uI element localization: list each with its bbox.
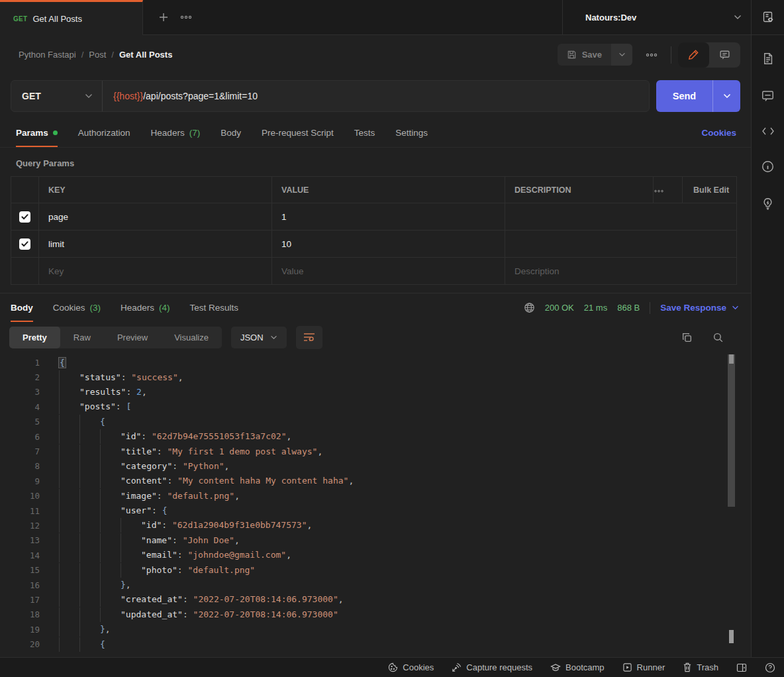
network-globe-icon[interactable] bbox=[524, 302, 535, 313]
chevron-down-icon bbox=[723, 93, 731, 99]
tab-settings[interactable]: Settings bbox=[395, 118, 428, 147]
documentation-button[interactable] bbox=[761, 52, 774, 65]
environment-selector[interactable]: Natours:Dev bbox=[562, 0, 751, 34]
breadcrumb-folder[interactable]: Post bbox=[89, 50, 106, 60]
comment-mode-button[interactable] bbox=[709, 42, 740, 68]
send-button[interactable]: Send bbox=[656, 80, 712, 112]
tab-body[interactable]: Body bbox=[220, 118, 241, 147]
breadcrumb: Python Fastapi / Post / Get All Posts bbox=[19, 50, 172, 60]
view-raw-button[interactable]: Raw bbox=[60, 327, 104, 348]
param-description[interactable] bbox=[505, 231, 737, 258]
response-tab-cookies[interactable]: Cookies (3) bbox=[53, 293, 101, 322]
comment-icon bbox=[719, 49, 730, 60]
param-description[interactable] bbox=[505, 203, 737, 231]
edit-mode-button[interactable] bbox=[678, 42, 709, 68]
save-icon bbox=[567, 50, 577, 60]
bulk-edit-button[interactable]: Bulk Edit bbox=[683, 177, 737, 203]
response-time[interactable]: 21 ms bbox=[584, 303, 607, 313]
params-active-dot bbox=[53, 130, 58, 135]
scrollbar-marker-top bbox=[729, 354, 734, 364]
response-body-actions bbox=[681, 332, 724, 343]
tab-options-button[interactable] bbox=[175, 0, 197, 34]
save-options-button[interactable] bbox=[611, 44, 632, 66]
footer-trash-button[interactable]: Trash bbox=[683, 662, 718, 672]
param-value[interactable]: 10 bbox=[272, 231, 505, 258]
param-key[interactable]: limit bbox=[39, 231, 272, 258]
scrollbar-thumb[interactable] bbox=[728, 354, 735, 507]
param-value-input[interactable] bbox=[281, 266, 493, 276]
param-key[interactable]: page bbox=[39, 203, 272, 231]
code-line: 18"updated_at": "2022-07-20T08:14:06.973… bbox=[0, 607, 751, 622]
code-line: 9"content": "My content haha My content … bbox=[0, 474, 751, 488]
tab-pre-request-script[interactable]: Pre-request Script bbox=[262, 118, 334, 147]
info-icon bbox=[761, 160, 774, 173]
info-button[interactable] bbox=[761, 160, 774, 173]
response-tab-body[interactable]: Body bbox=[11, 293, 33, 322]
param-checkbox[interactable] bbox=[19, 238, 30, 250]
capture-requests-icon bbox=[452, 662, 462, 672]
postman-app: GET Get All Posts Natours:Dev Python Fas… bbox=[0, 0, 784, 677]
trash-icon bbox=[683, 662, 692, 672]
request-more-options-button[interactable] bbox=[639, 48, 664, 62]
search-response-button[interactable] bbox=[712, 332, 724, 343]
response-format-select[interactable]: JSON bbox=[231, 327, 287, 348]
param-key-input[interactable] bbox=[48, 266, 260, 276]
footer-runner-button[interactable]: Runner bbox=[622, 662, 665, 672]
code-line: 7"title": "My first 1 demo post always", bbox=[0, 444, 751, 458]
tab-headers[interactable]: Headers (7) bbox=[151, 118, 201, 147]
view-pretty-button[interactable]: Pretty bbox=[9, 327, 60, 348]
param-checkbox[interactable] bbox=[19, 211, 30, 223]
save-response-label: Save Response bbox=[660, 303, 726, 313]
footer-capture-label: Capture requests bbox=[466, 662, 532, 672]
save-button[interactable]: Save bbox=[558, 44, 611, 66]
comment-icon bbox=[761, 89, 774, 102]
divider bbox=[650, 302, 650, 314]
comments-button[interactable] bbox=[761, 89, 774, 102]
runner-icon bbox=[622, 662, 632, 672]
help-icon bbox=[765, 662, 775, 673]
code-line: 19}, bbox=[0, 622, 751, 637]
wrap-text-button[interactable] bbox=[296, 326, 322, 349]
breadcrumb-request-name[interactable]: Get All Posts bbox=[119, 50, 172, 60]
breadcrumb-collection[interactable]: Python Fastapi bbox=[19, 50, 76, 60]
pull-requests-lightbulb-button[interactable] bbox=[761, 197, 774, 210]
send-options-button[interactable] bbox=[712, 80, 740, 112]
query-params-table: KEY VALUE DESCRIPTION Bulk Edit page bbox=[11, 176, 737, 285]
param-value[interactable]: 1 bbox=[272, 203, 505, 231]
help-button[interactable] bbox=[765, 662, 775, 673]
code-snippet-button[interactable] bbox=[761, 127, 775, 136]
tab-tests[interactable]: Tests bbox=[354, 118, 375, 147]
copy-response-button[interactable] bbox=[681, 332, 693, 343]
url-input[interactable]: {{host}}/api/posts?page=1&limit=10 bbox=[103, 81, 649, 111]
param-description-input[interactable] bbox=[514, 266, 725, 276]
response-tab-test-results[interactable]: Test Results bbox=[190, 293, 239, 322]
footer-cookies-button[interactable]: Cookies bbox=[388, 662, 434, 672]
breadcrumb-separator: / bbox=[111, 50, 114, 60]
response-status[interactable]: 200 OK bbox=[545, 303, 574, 313]
chevron-down-icon bbox=[732, 305, 739, 310]
save-response-button[interactable]: Save Response bbox=[660, 303, 739, 313]
cookies-link[interactable]: Cookies bbox=[701, 128, 736, 138]
tab-authorization[interactable]: Authorization bbox=[78, 118, 130, 147]
environment-quick-look-button[interactable] bbox=[751, 0, 784, 34]
code-scrollbar[interactable] bbox=[728, 354, 735, 645]
footer-capture-requests-button[interactable]: Capture requests bbox=[452, 662, 532, 672]
response-tab-headers[interactable]: Headers (4) bbox=[121, 293, 170, 322]
footer-bootcamp-button[interactable]: Bootcamp bbox=[550, 662, 605, 672]
view-preview-button[interactable]: Preview bbox=[104, 327, 161, 348]
tab-params[interactable]: Params bbox=[16, 118, 58, 147]
edit-comment-toggle bbox=[678, 42, 740, 68]
param-row-page: page 1 bbox=[11, 203, 737, 231]
view-visualize-button[interactable]: Visualize bbox=[161, 327, 222, 348]
status-bar: Cookies Capture requests Bootcamp Runner… bbox=[0, 657, 784, 677]
method-select[interactable]: GET bbox=[11, 81, 103, 111]
breadcrumb-row: Python Fastapi / Post / Get All Posts Sa… bbox=[0, 35, 751, 74]
check-icon bbox=[21, 241, 28, 247]
new-tab-button[interactable] bbox=[152, 0, 175, 34]
footer-trash-label: Trash bbox=[697, 662, 718, 672]
response-size[interactable]: 868 B bbox=[617, 303, 640, 313]
params-options-button[interactable] bbox=[654, 177, 683, 203]
response-meta: 200 OK 21 ms 868 B Save Response bbox=[524, 302, 739, 314]
request-tab-active[interactable]: GET Get All Posts bbox=[0, 0, 143, 35]
two-pane-view-button[interactable] bbox=[736, 663, 747, 672]
